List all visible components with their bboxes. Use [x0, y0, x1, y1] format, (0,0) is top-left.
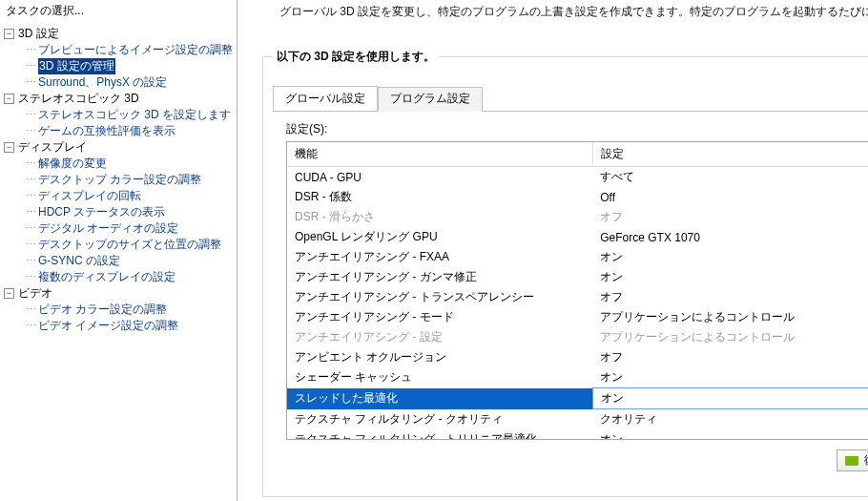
tree-connector-icon: ⋯: [26, 76, 36, 89]
settings-cell-value: Off: [592, 187, 868, 207]
tree-item[interactable]: ⋯プレビューによるイメージ設定の調整: [17, 42, 233, 58]
tree-connector-icon: ⋯: [26, 271, 36, 283]
tree-item[interactable]: ⋯ビデオ イメージ設定の調整: [17, 318, 233, 334]
tabs: グローバル設定 プログラム設定: [273, 86, 868, 112]
settings-row[interactable]: アンチエイリアシング - モードアプリケーションによるコントロール: [287, 307, 868, 327]
settings-row[interactable]: DSR - 滑らかさオフ: [287, 207, 868, 227]
collapse-icon[interactable]: −: [4, 288, 14, 299]
settings-table-wrap: 機能 設定 CUDA - GPUすべてDSR - 係数OffDSR - 滑らかさ…: [286, 141, 868, 440]
tree-item[interactable]: ⋯デジタル オーディオの設定: [17, 220, 233, 237]
settings-row[interactable]: CUDA - GPUすべて: [287, 167, 868, 188]
nvidia-logo-icon: [845, 456, 858, 466]
settings-cell-feature: アンビエント オクルージョン: [287, 347, 592, 367]
settings-cell-value: クオリティ: [592, 409, 868, 430]
settings-row[interactable]: DSR - 係数Off: [287, 187, 868, 207]
settings-cell-value: オン: [592, 429, 868, 439]
settings-row[interactable]: OpenGL レンダリング GPUGeForce GTX 1070: [287, 227, 868, 247]
settings-cell-feature: スレッドした最適化: [287, 388, 592, 409]
col-setting[interactable]: 設定: [592, 142, 868, 167]
sidebar-title: タスクの選択...: [0, 0, 237, 24]
tree-group-stereo: − ステレオスコピック 3D ⋯ステレオスコピック 3D を設定します ⋯ゲーム…: [4, 91, 233, 139]
tree-connector-icon: ⋯: [26, 222, 36, 235]
tree-connector-icon: ⋯: [26, 44, 36, 56]
tree-item-selected[interactable]: ⋯3D 設定の管理: [17, 58, 233, 74]
tree-item[interactable]: ⋯デスクトップ カラー設定の調整: [17, 172, 233, 188]
tree-connector-icon: ⋯: [26, 125, 36, 137]
settings-cell-value: オン: [592, 367, 868, 388]
tree-connector-icon: ⋯: [26, 206, 36, 219]
tab-global[interactable]: グローバル設定: [273, 86, 378, 111]
settings-cell-feature: OpenGL レンダリング GPU: [287, 227, 592, 247]
tree-connector-icon: ⋯: [26, 303, 36, 316]
tree-connector-icon: ⋯: [26, 320, 36, 332]
settings-cell-value: GeForce GTX 1070: [592, 227, 868, 247]
settings-row[interactable]: シェーダー キャッシュオン: [287, 367, 868, 388]
col-feature[interactable]: 機能: [287, 142, 592, 167]
settings-cell-value[interactable]: オン⌄: [592, 388, 868, 409]
settings-cell-value: オン: [592, 267, 868, 287]
settings-row[interactable]: テクスチャ フィルタリング - クオリティクオリティ: [287, 409, 868, 430]
settings-row[interactable]: アンチエイリアシング - FXAAオン: [287, 247, 868, 267]
settings-row[interactable]: アンチエイリアシング - トランスペアレンシーオフ: [287, 287, 868, 307]
sidebar: タスクの選択... − 3D 設定 ⋯プレビューによるイメージ設定の調整 ⋯3D…: [0, 0, 238, 501]
settings-cell-value: オフ: [592, 347, 868, 367]
restore-button[interactable]: 復元(T): [837, 449, 868, 471]
tree-connector-icon: ⋯: [26, 174, 36, 186]
settings-cell-feature: アンチエイリアシング - FXAA: [287, 247, 592, 267]
settings-cell-feature: アンチエイリアシング - モード: [287, 307, 592, 327]
settings-area: 設定(S): 機能 設定 CUDA - GPUすべてDSR - 係数OffDSR…: [273, 112, 868, 442]
settings-cell-feature: DSR - 滑らかさ: [287, 207, 592, 227]
collapse-icon[interactable]: −: [4, 94, 14, 104]
settings-cell-value: オフ: [592, 287, 868, 307]
tree-item[interactable]: ⋯G-SYNC の設定: [17, 253, 233, 269]
settings-cell-value: アプリケーションによるコントロール: [592, 327, 868, 347]
tree-connector-icon: ⋯: [26, 239, 36, 251]
tree-item[interactable]: ⋯Surround、PhysX の設定: [17, 74, 233, 91]
settings-cell-feature: アンチエイリアシング - ガンマ修正: [287, 267, 592, 287]
settings-cell-feature: アンチエイリアシング - トランスペアレンシー: [287, 287, 592, 307]
tree-group-display: − ディスプレイ ⋯解像度の変更 ⋯デスクトップ カラー設定の調整 ⋯ディスプレ…: [4, 139, 233, 285]
tree-connector-icon: ⋯: [26, 157, 36, 170]
settings-table: 機能 設定 CUDA - GPUすべてDSR - 係数OffDSR - 滑らかさ…: [287, 142, 868, 439]
tree-group-video: − ビデオ ⋯ビデオ カラー設定の調整 ⋯ビデオ イメージ設定の調整: [4, 285, 233, 334]
tree-group-header[interactable]: − ステレオスコピック 3D: [4, 91, 233, 107]
page-description: グローバル 3D 設定を変更し、特定のプログラムの上書き設定を作成できます。特定…: [238, 0, 868, 20]
tree-group-header[interactable]: − ビデオ: [4, 285, 233, 302]
tree-connector-icon: ⋯: [26, 255, 36, 267]
settings-row[interactable]: アンビエント オクルージョンオフ: [287, 347, 868, 367]
tab-program[interactable]: プログラム設定: [378, 87, 483, 112]
tree-item[interactable]: ⋯ビデオ カラー設定の調整: [17, 302, 233, 318]
tree-item[interactable]: ⋯ゲームの互換性評価を表示: [17, 123, 233, 139]
tree-group-header[interactable]: − 3D 設定: [4, 26, 233, 42]
settings-row[interactable]: スレッドした最適化オン⌄: [287, 388, 868, 409]
groupbox-title: 以下の 3D 設定を使用します。: [273, 49, 439, 65]
settings-cell-value: オフ: [592, 207, 868, 227]
restore-row: 復元(T): [273, 442, 868, 471]
restore-button-label: 復元(T): [864, 452, 868, 469]
tree-item[interactable]: ⋯デスクトップのサイズと位置の調整: [17, 237, 233, 253]
tree-item[interactable]: ⋯ディスプレイの回転: [17, 188, 233, 204]
settings-label: 設定(S):: [286, 121, 868, 137]
task-tree: − 3D 設定 ⋯プレビューによるイメージ設定の調整 ⋯3D 設定の管理 ⋯Su…: [0, 24, 237, 501]
tree-group-header[interactable]: − ディスプレイ: [4, 139, 233, 156]
settings-cell-value: アプリケーションによるコントロール: [592, 307, 868, 327]
tree-item[interactable]: ⋯ステレオスコピック 3D を設定します: [17, 107, 233, 123]
tree-connector-icon: ⋯: [26, 109, 36, 121]
collapse-icon[interactable]: −: [4, 142, 14, 153]
settings-row[interactable]: アンチエイリアシング - 設定アプリケーションによるコントロール: [287, 327, 868, 347]
collapse-icon[interactable]: −: [4, 29, 14, 39]
settings-cell-feature: DSR - 係数: [287, 187, 592, 207]
settings-row[interactable]: アンチエイリアシング - ガンマ修正オン: [287, 267, 868, 287]
settings-cell-value: すべて: [592, 167, 868, 188]
settings-cell-feature: シェーダー キャッシュ: [287, 367, 592, 388]
settings-cell-feature: アンチエイリアシング - 設定: [287, 327, 592, 347]
tree-item[interactable]: ⋯複数のディスプレイの設定: [17, 269, 233, 285]
settings-row[interactable]: テクスチャ フィルタリング - トリリニア最適化オン: [287, 429, 868, 439]
tree-connector-icon: ⋯: [26, 190, 36, 202]
settings-cell-feature: CUDA - GPU: [287, 167, 592, 188]
tree-item[interactable]: ⋯HDCP ステータスの表示: [17, 204, 233, 220]
settings-cell-value: オン: [592, 247, 868, 267]
main-panel: グローバル 3D 設定を変更し、特定のプログラムの上書き設定を作成できます。特定…: [238, 0, 868, 501]
tree-item[interactable]: ⋯解像度の変更: [17, 156, 233, 172]
settings-cell-feature: テクスチャ フィルタリング - トリリニア最適化: [287, 429, 592, 439]
